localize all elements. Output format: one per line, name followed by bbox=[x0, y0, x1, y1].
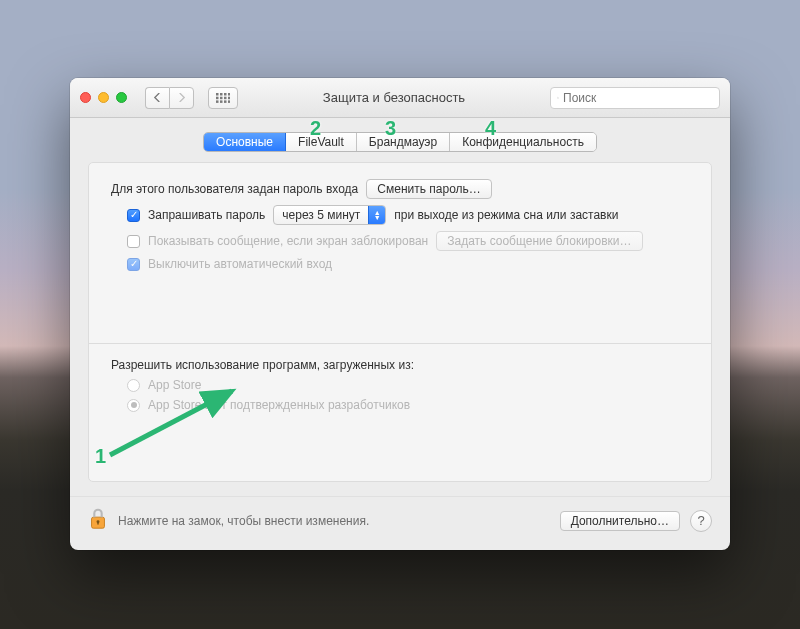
tab-privacy[interactable]: Конфиденциальность bbox=[450, 133, 596, 151]
password-set-label: Для этого пользователя задан пароль вход… bbox=[111, 182, 358, 196]
svg-rect-9 bbox=[220, 100, 223, 103]
change-password-button[interactable]: Сменить пароль… bbox=[366, 179, 492, 199]
svg-rect-2 bbox=[224, 93, 227, 96]
svg-rect-3 bbox=[228, 93, 230, 96]
chevron-left-icon bbox=[153, 93, 162, 102]
divider bbox=[89, 343, 711, 344]
tab-filevault[interactable]: FileVault bbox=[286, 133, 357, 151]
svg-rect-16 bbox=[97, 522, 98, 525]
allow-apps-identified-radio bbox=[127, 399, 140, 412]
show-lock-message-label: Показывать сообщение, если экран заблоки… bbox=[148, 234, 428, 248]
window-title: Защита и безопасность bbox=[246, 90, 542, 105]
search-field[interactable] bbox=[550, 87, 720, 109]
svg-rect-4 bbox=[216, 96, 219, 99]
svg-rect-11 bbox=[228, 100, 230, 103]
svg-point-12 bbox=[557, 97, 558, 98]
allow-apps-identified-label: App Store и от подтвержденных разработчи… bbox=[148, 398, 410, 412]
forward-button[interactable] bbox=[169, 87, 194, 109]
close-window-button[interactable] bbox=[80, 92, 91, 103]
require-password-suffix: при выходе из режима сна или заставки bbox=[394, 208, 618, 222]
nav-buttons bbox=[145, 87, 194, 109]
svg-rect-7 bbox=[228, 96, 230, 99]
show-all-button[interactable] bbox=[208, 87, 238, 109]
back-button[interactable] bbox=[145, 87, 169, 109]
tab-segmented-control: Основные FileVault Брандмауэр Конфиденци… bbox=[203, 132, 597, 152]
require-password-delay-select[interactable]: через 5 минут ▲▼ bbox=[273, 205, 386, 225]
svg-rect-1 bbox=[220, 93, 223, 96]
svg-rect-8 bbox=[216, 100, 219, 103]
lock-icon[interactable] bbox=[88, 507, 108, 534]
require-password-delay-value: через 5 минут bbox=[274, 208, 368, 222]
footer: Нажмите на замок, чтобы внести изменения… bbox=[70, 496, 730, 550]
preferences-window: Защита и безопасность Основные FileVault… bbox=[70, 78, 730, 550]
allow-apps-appstore-label: App Store bbox=[148, 378, 201, 392]
svg-rect-6 bbox=[224, 96, 227, 99]
grid-icon bbox=[216, 93, 230, 103]
disable-autologin-checkbox bbox=[127, 258, 140, 271]
window-controls bbox=[80, 92, 127, 103]
svg-rect-0 bbox=[216, 93, 219, 96]
require-password-label: Запрашивать пароль bbox=[148, 208, 265, 222]
chevron-updown-icon: ▲▼ bbox=[368, 206, 385, 224]
allow-apps-label: Разрешить использование программ, загруж… bbox=[111, 358, 414, 372]
search-input[interactable] bbox=[563, 91, 713, 105]
tab-general[interactable]: Основные bbox=[204, 133, 286, 151]
advanced-button[interactable]: Дополнительно… bbox=[560, 511, 680, 531]
svg-rect-5 bbox=[220, 96, 223, 99]
lock-hint: Нажмите на замок, чтобы внести изменения… bbox=[118, 514, 369, 528]
svg-line-13 bbox=[558, 98, 559, 99]
tab-firewall[interactable]: Брандмауэр bbox=[357, 133, 450, 151]
titlebar: Защита и безопасность bbox=[70, 78, 730, 118]
chevron-right-icon bbox=[177, 93, 186, 102]
tabs: Основные FileVault Брандмауэр Конфиденци… bbox=[70, 118, 730, 162]
help-button[interactable]: ? bbox=[690, 510, 712, 532]
search-icon bbox=[557, 92, 559, 104]
require-password-checkbox[interactable] bbox=[127, 209, 140, 222]
disable-autologin-label: Выключить автоматический вход bbox=[148, 257, 332, 271]
show-lock-message-checkbox bbox=[127, 235, 140, 248]
maximize-window-button[interactable] bbox=[116, 92, 127, 103]
allow-apps-appstore-radio bbox=[127, 379, 140, 392]
set-lock-message-button: Задать сообщение блокировки… bbox=[436, 231, 642, 251]
minimize-window-button[interactable] bbox=[98, 92, 109, 103]
svg-rect-10 bbox=[224, 100, 227, 103]
general-pane: Для этого пользователя задан пароль вход… bbox=[88, 162, 712, 482]
